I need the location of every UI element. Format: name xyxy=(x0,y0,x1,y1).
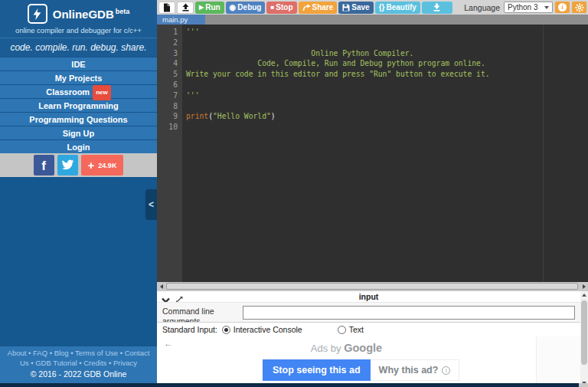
footer-link-gdb-tutorial[interactable]: GDB Tutorial xyxy=(35,359,77,367)
why-this-ad-button[interactable]: Why this ad? i xyxy=(371,359,460,381)
line-number[interactable]: 9 xyxy=(157,111,178,122)
radio-text-label[interactable]: Text xyxy=(349,325,364,334)
tab-main-py[interactable]: main.py xyxy=(157,15,205,25)
footer-link-credits[interactable]: Credits xyxy=(83,359,106,367)
code-editor[interactable]: 12345678910 ''' Online Python Compiler. … xyxy=(157,25,588,282)
debug-button[interactable]: ◉ Debug xyxy=(226,2,266,14)
footer-links: About • FAQ • Blog • Terms of Use • Cont… xyxy=(2,349,155,368)
twitter-button[interactable] xyxy=(57,155,78,175)
sidebar-item-login[interactable]: Login xyxy=(0,139,157,153)
sidebar-item-learn-programming[interactable]: Learn Programming xyxy=(0,98,157,112)
code-line[interactable]: ''' xyxy=(186,27,588,38)
app-subtitle: online compiler and debugger for c/c++ xyxy=(0,26,157,34)
floppy-disk-icon xyxy=(342,4,350,11)
line-number[interactable]: 4 xyxy=(157,58,178,69)
sidebar-item-sign-up[interactable]: Sign Up xyxy=(0,126,157,139)
footer-link-blog[interactable]: Blog xyxy=(54,349,69,357)
ad-side-panel xyxy=(536,336,580,386)
scroll-right-arrow[interactable] xyxy=(580,282,588,291)
new-file-button[interactable] xyxy=(158,2,175,14)
chevron-left-icon: < xyxy=(149,199,154,210)
footer-link-privacy[interactable]: Privacy xyxy=(113,359,137,367)
code-token: ''' xyxy=(186,91,200,100)
line-number[interactable]: 6 xyxy=(157,80,178,90)
code-line[interactable]: Online Python Compiler. xyxy=(186,48,588,59)
command-line-input[interactable] xyxy=(243,306,575,320)
save-button[interactable]: Save xyxy=(338,2,373,14)
line-number[interactable]: 2 xyxy=(157,38,178,48)
sidebar: OnlineGDBbeta online compiler and debugg… xyxy=(0,0,157,383)
stop-seeing-ad-button[interactable]: Stop seeing this ad xyxy=(263,359,371,381)
braces-icon: {} xyxy=(379,4,385,11)
code-line[interactable]: ''' xyxy=(186,90,588,101)
editor-gutter[interactable]: 12345678910 xyxy=(157,25,182,282)
sidebar-item-ide[interactable]: IDE xyxy=(0,57,157,71)
code-token: ''' xyxy=(186,28,200,36)
sidebar-item-label: Programming Questions xyxy=(29,115,127,124)
sidebar-footer: About • FAQ • Blog • Terms of Use • Cont… xyxy=(0,346,157,383)
chevron-down-icon xyxy=(544,6,549,9)
scrollbar-corner xyxy=(579,383,588,387)
sidebar-item-label: My Projects xyxy=(55,74,103,83)
sidebar-item-my-projects[interactable]: My Projects xyxy=(0,71,157,84)
footer-link-faq[interactable]: FAQ xyxy=(33,349,47,357)
code-line[interactable] xyxy=(186,38,588,48)
line-number[interactable]: 3 xyxy=(157,48,178,59)
vertical-scroll-thumb[interactable] xyxy=(581,300,587,365)
info-button[interactable]: i xyxy=(555,2,570,13)
vertical-scrollbar[interactable] xyxy=(580,291,588,387)
gear-icon xyxy=(575,3,584,12)
code-line[interactable] xyxy=(186,80,588,90)
footer-link-terms-of-use[interactable]: Terms of Use xyxy=(75,349,118,357)
code-line[interactable]: print("Hello World") xyxy=(186,111,588,122)
scroll-up-arrow[interactable] xyxy=(580,291,588,299)
radio-interactive-console[interactable] xyxy=(222,326,230,334)
tab-strip: main.py xyxy=(157,15,588,25)
sidebar-item-programming-questions[interactable]: Programming Questions xyxy=(0,112,157,126)
sidebar-item-classroom[interactable]: Classroomnew xyxy=(0,84,157,98)
beautify-button[interactable]: {} Beautify xyxy=(375,2,420,14)
line-number[interactable]: 1 xyxy=(157,27,178,38)
bottom-bar xyxy=(0,383,588,387)
code-line[interactable]: Code, Compile, Run and Debug python prog… xyxy=(186,58,588,69)
sidebar-item-label: Login xyxy=(67,143,90,152)
input-panel-title: input xyxy=(157,291,580,302)
new-file-icon xyxy=(163,3,171,12)
logo[interactable]: OnlineGDBbeta xyxy=(0,4,157,24)
new-badge: new xyxy=(93,85,111,100)
radio-interactive-label[interactable]: Interactive Console xyxy=(234,325,302,334)
twitter-bird-icon xyxy=(61,159,74,171)
settings-button[interactable] xyxy=(572,2,586,13)
copyright: © 2016 - 2022 GDB Online xyxy=(2,369,155,379)
sidebar-menu: IDEMy ProjectsClassroomnewLearn Programm… xyxy=(0,57,157,153)
share-button[interactable]: Share xyxy=(299,2,338,14)
share-counter-button[interactable]: + 24.9K xyxy=(81,155,124,175)
line-number[interactable]: 8 xyxy=(157,101,178,112)
scroll-left-arrow[interactable] xyxy=(157,282,165,291)
facebook-button[interactable]: f xyxy=(34,155,54,175)
input-panel: input Command line arguments Standard In… xyxy=(157,291,580,336)
editor-code[interactable]: ''' Online Python Compiler. Code, Compil… xyxy=(182,25,588,282)
horizontal-scroll-thumb[interactable] xyxy=(166,283,578,290)
line-number[interactable]: 10 xyxy=(157,122,178,133)
horizontal-scrollbar[interactable] xyxy=(157,282,588,291)
radio-text[interactable] xyxy=(338,326,346,334)
line-number[interactable]: 5 xyxy=(157,69,178,80)
sidebar-collapse-button[interactable]: < xyxy=(145,189,157,220)
language-select[interactable]: Python 3 xyxy=(504,2,553,13)
share-count: 24.9K xyxy=(98,162,116,169)
download-button[interactable] xyxy=(422,2,452,14)
stop-button[interactable]: ■ Stop xyxy=(266,2,296,14)
sidebar-header: OnlineGDBbeta online compiler and debugg… xyxy=(0,0,157,38)
language-value: Python 3 xyxy=(508,3,537,11)
code-line[interactable]: Write your code in this editor and press… xyxy=(186,69,588,80)
open-upload-button[interactable] xyxy=(177,2,194,14)
line-number[interactable]: 7 xyxy=(157,90,178,101)
code-line[interactable] xyxy=(186,122,588,133)
triangle-right-icon xyxy=(583,284,586,289)
record-circle-icon: ◉ xyxy=(230,4,237,11)
footer-link-about[interactable]: About xyxy=(8,349,27,357)
google-logo: Google xyxy=(344,342,382,354)
code-line[interactable] xyxy=(186,101,588,112)
run-button[interactable]: ▶ Run xyxy=(195,2,224,14)
